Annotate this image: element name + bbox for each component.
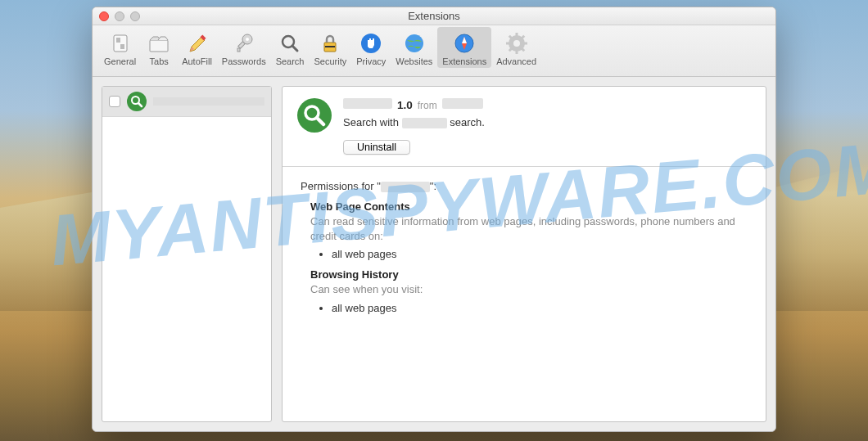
tab-security[interactable]: Security (309, 27, 351, 68)
svg-rect-3 (150, 40, 168, 52)
tab-label: Tabs (150, 56, 169, 66)
svg-rect-1 (116, 38, 120, 43)
lock-icon (317, 30, 343, 56)
svg-rect-8 (237, 48, 240, 52)
window-title: Extensions (93, 10, 775, 22)
section-desc: Can see when you visit: (310, 282, 748, 297)
svg-point-6 (246, 38, 249, 41)
tab-websites[interactable]: Websites (391, 27, 437, 68)
svg-rect-7 (237, 42, 244, 48)
section-title: Browsing History (310, 268, 748, 281)
toolbar: General Tabs AutoFill Passwords Search (93, 25, 775, 77)
close-icon[interactable] (99, 11, 109, 21)
svg-rect-20 (515, 50, 518, 54)
tab-label: Advanced (496, 56, 536, 66)
section-title: Web Page Contents (310, 200, 748, 213)
tab-label: General (104, 56, 136, 66)
name-blurred (402, 118, 447, 128)
permission-item: all web pages (332, 302, 748, 314)
tab-autofill[interactable]: AutoFill (177, 27, 217, 68)
tab-label: Websites (396, 56, 432, 66)
svg-line-30 (317, 118, 323, 124)
extension-name-blurred (343, 98, 392, 109)
extension-version: 1.0 (397, 99, 413, 111)
uninstall-button[interactable]: Uninstall (343, 140, 410, 155)
tab-search[interactable]: Search (271, 27, 310, 68)
permissions-title: Permissions for "": (301, 180, 748, 192)
tab-label: Security (314, 56, 346, 66)
tabs-icon (146, 30, 172, 56)
extension-description: Search with search. (343, 116, 751, 128)
publisher-blurred (442, 98, 483, 109)
svg-point-13 (405, 34, 423, 52)
name-blurred (381, 182, 430, 192)
list-item[interactable] (102, 87, 271, 117)
tab-advanced[interactable]: Advanced (491, 27, 541, 68)
tab-general[interactable]: General (99, 27, 141, 68)
svg-line-28 (138, 103, 142, 106)
globe-icon (401, 30, 427, 56)
minimize-icon[interactable] (115, 11, 124, 21)
permission-section: Web Page Contents Can read sensitive inf… (310, 200, 748, 260)
magnifier-icon (297, 98, 332, 133)
permissions-panel: Permissions for "": Web Page Contents Ca… (283, 167, 766, 332)
pencil-icon (183, 30, 210, 56)
svg-point-18 (513, 40, 520, 47)
extension-name-blurred (153, 97, 264, 106)
permission-item: all web pages (332, 248, 748, 260)
tab-passwords[interactable]: Passwords (217, 27, 271, 68)
tab-label: Passwords (222, 56, 266, 66)
svg-rect-21 (506, 43, 510, 45)
svg-rect-19 (515, 33, 518, 37)
magnifier-icon (127, 92, 147, 111)
tab-extensions[interactable]: Extensions (437, 27, 491, 68)
titlebar: Extensions (93, 7, 775, 25)
extensions-sidebar (102, 86, 272, 422)
preferences-window: Extensions General Tabs AutoFill Passwor… (92, 7, 776, 432)
compass-icon (451, 30, 477, 56)
section-desc: Can read sensitive information from web … (310, 214, 748, 243)
switch-icon (107, 30, 133, 56)
tab-tabs[interactable]: Tabs (141, 27, 177, 68)
tab-label: Extensions (442, 56, 486, 66)
zoom-icon[interactable] (130, 11, 140, 21)
search-icon (277, 30, 303, 56)
svg-rect-22 (523, 43, 527, 45)
extension-title: 1.0 from (343, 98, 751, 111)
svg-rect-2 (120, 44, 124, 49)
checkbox[interactable] (109, 96, 120, 107)
svg-line-10 (292, 46, 297, 51)
permission-section: Browsing History Can see when you visit:… (310, 268, 748, 314)
tab-label: Privacy (356, 56, 386, 66)
key-icon (231, 30, 257, 56)
hand-icon (358, 30, 384, 56)
from-label: from (418, 100, 437, 111)
extension-detail: 1.0 from Search with search. Uninstall P… (282, 86, 766, 422)
tab-privacy[interactable]: Privacy (351, 27, 391, 68)
tab-label: Search (276, 56, 305, 66)
tab-label: AutoFill (182, 56, 212, 66)
gear-icon (504, 30, 530, 56)
